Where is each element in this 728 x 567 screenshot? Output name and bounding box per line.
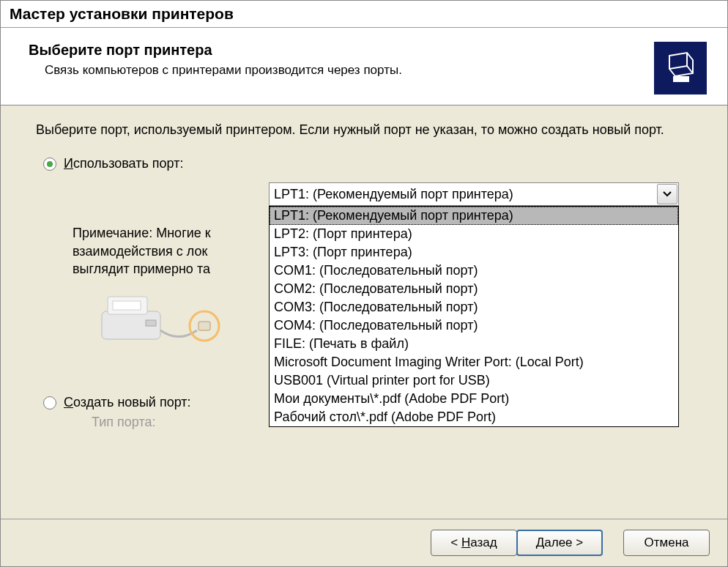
instruction-text: Выберите порт, используемый принтером. Е… [36, 122, 692, 138]
printer-icon [654, 42, 707, 94]
list-item[interactable]: LPT2: (Порт принтера) [270, 225, 678, 243]
svg-rect-3 [113, 301, 141, 310]
port-dropdown-list: LPT1: (Рекомендуемый порт принтера) LPT2… [269, 206, 679, 427]
radio-use-port-icon [43, 158, 56, 171]
wizard-footer: < Назад Далее > Отмена [1, 519, 727, 566]
svg-rect-4 [146, 320, 156, 326]
header-subtitle: Связь компьютеров с принтерами производи… [45, 63, 654, 78]
window-title: Мастер установки принтеров [1, 1, 727, 28]
list-item[interactable]: COM3: (Последовательный порт) [270, 298, 678, 316]
list-item[interactable]: COM4: (Последовательный порт) [270, 316, 678, 335]
list-item[interactable]: LPT3: (Порт принтера) [270, 243, 678, 262]
list-item[interactable]: Мои документы\*.pdf (Adobe PDF Port) [270, 390, 678, 408]
svg-rect-6 [198, 322, 210, 330]
header-title: Выберите порт принтера [29, 42, 654, 59]
list-item[interactable]: COM2: (Последовательный порт) [270, 280, 678, 298]
wizard-header: Выберите порт принтера Связь компьютеров… [1, 28, 727, 105]
cancel-button[interactable]: Отмена [623, 530, 710, 556]
chevron-down-icon[interactable] [657, 184, 677, 204]
printer-cable-illustration [94, 288, 248, 354]
printer-wizard-window: Мастер установки принтеров Выберите порт… [0, 0, 728, 567]
list-item[interactable]: COM1: (Последовательный порт) [270, 262, 678, 280]
port-select-value: LPT1: (Рекомендуемый порт принтера) [274, 187, 513, 202]
radio-create-port-icon [43, 396, 56, 410]
create-port-label: Создать новый порт: [64, 395, 191, 410]
use-port-label: Использовать порт: [64, 156, 183, 171]
use-port-option[interactable]: Использовать порт: [43, 156, 692, 171]
list-item[interactable]: Рабочий стол\*.pdf (Adobe PDF Port) [270, 408, 678, 426]
list-item[interactable]: Microsoft Document Imaging Writer Port: … [270, 353, 678, 371]
list-item[interactable]: USB001 (Virtual printer port for USB) [270, 371, 678, 390]
list-item[interactable]: FILE: (Печать в файл) [270, 335, 678, 353]
wizard-content: Выберите порт, используемый принтером. Е… [1, 105, 727, 519]
note-text: Примечание: Многие к взаимодействия с ло… [73, 224, 292, 278]
svg-rect-0 [673, 76, 689, 82]
back-button[interactable]: < Назад [431, 530, 517, 556]
next-button[interactable]: Далее > [516, 530, 603, 556]
port-select[interactable]: LPT1: (Рекомендуемый порт принтера) LPT1… [269, 182, 679, 427]
list-item[interactable]: LPT1: (Рекомендуемый порт принтера) [270, 207, 678, 225]
